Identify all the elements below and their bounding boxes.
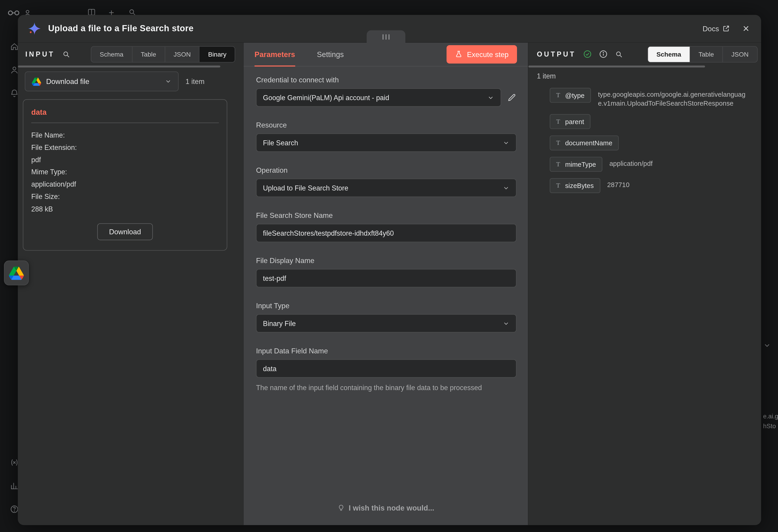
data-field-name-value: data [263,365,277,373]
input-tab-json[interactable]: JSON [165,46,200,62]
schema-key-pill[interactable]: T sizeBytes [550,178,600,193]
data-field-name-input[interactable]: data [256,359,517,378]
tab-settings[interactable]: Settings [317,43,344,66]
input-panel-header: INPUT Schema Table JSON Binary [18,43,243,66]
field-credential: Credential to connect with Google Gemini… [256,76,517,107]
input-node-selector[interactable]: Download file [25,71,179,91]
input-panel: INPUT Schema Table JSON Binary [18,43,243,525]
binary-meta-line: application/pdf [31,178,219,191]
input-type-select[interactable]: Binary File [256,314,517,332]
input-tab-table[interactable]: Table [132,46,165,62]
sidebar-help-icon[interactable] [10,505,19,516]
display-name-input[interactable]: test-pdf [256,269,517,287]
external-link-icon [722,25,730,32]
modal-body: INPUT Schema Table JSON Binary [18,43,761,525]
schema-row: T documentName [550,136,755,150]
resource-select[interactable]: File Search [256,134,517,152]
sidebar-bell-icon[interactable] [10,89,19,100]
output-info-icon[interactable] [599,50,608,59]
schema-key-pill[interactable]: T mimeType [550,157,603,171]
chevron-down-icon [502,139,510,146]
schema-row: T mimeType application/pdf [550,157,755,171]
schema-row: T @type type.googleapis.com/google.ai.ge… [550,88,755,108]
input-items-count: 1 item [185,77,205,85]
operation-select[interactable]: Upload to File Search Store [256,179,517,197]
chevron-down-icon [502,320,510,327]
download-button[interactable]: Download [97,223,153,240]
output-tab-json[interactable]: JSON [723,46,757,62]
store-name-value: fileSearchStores/testpdfstore-idhdxft84y… [263,229,394,237]
display-name-value: test-pdf [263,274,286,282]
binary-meta-line: 288 kB [31,203,219,215]
input-tab-binary[interactable]: Binary [200,46,235,62]
output-panel: OUTPUT Schema Table JSON [528,43,761,525]
node-title: Upload a file to a File Search store [48,23,193,34]
google-drive-icon [9,266,24,280]
schema-key-pill[interactable]: T documentName [550,136,619,150]
schema-key: documentName [565,139,612,147]
schema-value: type.googleapis.com/google.ai.generative… [598,88,747,108]
schema-value: application/pdf [609,157,652,168]
sidebar-variables-icon[interactable] [10,458,19,469]
credential-select-value: Google Gemini(PaLM) Api account - paid [263,93,389,101]
canvas-chevron-icon [763,341,771,352]
schema-key-pill[interactable]: T parent [550,114,591,129]
output-display-mode-tabs: Schema Table JSON [647,46,761,62]
card-divider [31,123,219,123]
screen: + e.ai.g hSto [0,0,778,532]
sidebar-insights-icon[interactable] [10,481,19,492]
sidebar-home-icon[interactable] [10,42,19,53]
input-node-selector-value: Download file [46,77,89,85]
schema-key: @type [565,91,585,99]
parameters-form: Credential to connect with Google Gemini… [244,67,528,393]
output-search-icon[interactable] [615,50,623,58]
schema-key: parent [565,118,584,126]
input-node-badge-google-drive[interactable] [4,260,29,285]
input-type-value: Binary File [263,319,296,327]
field-label: Input Data Field Name [256,347,517,355]
store-name-input[interactable]: fileSearchStores/testpdfstore-idhdxft84y… [256,224,517,242]
node-feedback-link[interactable]: I wish this node would... [244,504,528,512]
background-text-fragment: e.ai.g [763,413,778,420]
binary-meta-line: File Name: [31,129,219,141]
field-hint: The name of the input field containing t… [256,383,517,393]
output-schema-list: T @type type.googleapis.com/google.ai.ge… [528,86,761,193]
google-drive-icon [32,77,41,86]
parameters-header: Parameters Settings Execute step [244,43,528,66]
binary-meta-line: pdf [31,154,219,166]
field-data-field-name: Input Data Field Name data The name of t… [256,347,517,393]
run-success-icon [583,50,592,59]
field-label: Credential to connect with [256,76,517,84]
edit-credential-icon[interactable] [507,93,517,102]
docs-link[interactable]: Docs [703,25,730,32]
schema-key-pill[interactable]: T @type [550,88,591,103]
schema-key: mimeType [565,161,596,168]
panel-drag-handle[interactable] [367,30,405,43]
output-tab-schema[interactable]: Schema [648,46,690,62]
output-tab-table[interactable]: Table [690,46,723,62]
string-type-icon: T [556,181,560,189]
tab-parameters[interactable]: Parameters [255,43,295,66]
binary-data-card: data File Name: File Extension: pdf Mime… [23,99,227,250]
string-type-icon: T [556,118,560,126]
field-label: File Search Store Name [256,212,517,219]
binary-meta-line: File Size: [31,191,219,203]
gemini-node-icon [28,22,41,35]
schema-value: 287710 [607,178,629,189]
lightbulb-icon [337,504,345,512]
close-icon[interactable]: × [741,22,751,35]
input-hscrollbar[interactable] [18,66,220,68]
input-tab-schema[interactable]: Schema [91,46,132,62]
field-operation: Operation Upload to File Search Store [256,166,517,197]
field-input-type: Input Type Binary File [256,302,517,332]
execute-step-button[interactable]: Execute step [447,45,517,63]
field-label: Operation [256,166,517,174]
credential-select[interactable]: Google Gemini(PaLM) Api account - paid [256,88,501,106]
sidebar-users-icon[interactable] [10,66,19,76]
input-search-icon[interactable] [62,50,70,58]
node-detail-modal: Upload a file to a File Search store Doc… [18,15,761,525]
binary-meta-line: File Extension: [31,141,219,154]
schema-key: sizeBytes [565,182,594,189]
output-panel-title: OUTPUT [537,50,576,58]
output-hscrollbar[interactable] [528,66,705,68]
